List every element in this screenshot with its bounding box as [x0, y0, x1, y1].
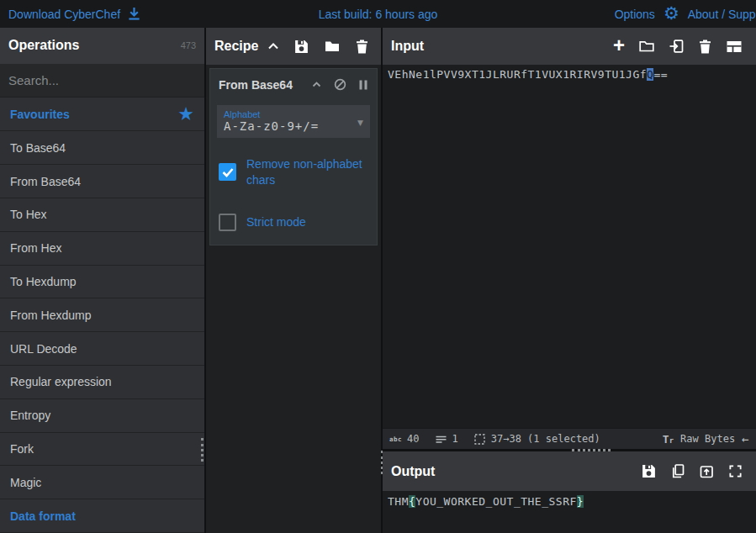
recipe-title: Recipe [214, 39, 258, 54]
character-count-icon: abc [389, 435, 402, 443]
download-icon[interactable] [127, 7, 141, 21]
io-panel: Input + VEhNe1lPVV [383, 28, 756, 533]
operation-title-bar[interactable]: From Base64 [210, 69, 377, 100]
sidebar-item-fork[interactable]: Fork [0, 433, 204, 467]
output-prefix: THM [388, 495, 409, 508]
copy-output-icon[interactable] [670, 463, 685, 479]
input-status-bar: abc 40 1 37→38 (1 selected) Tr [383, 428, 756, 449]
gear-icon[interactable]: ⚙ [663, 5, 679, 23]
sidebar-item-regular-expression[interactable]: Regular expression [0, 366, 204, 399]
selection-info: 37→38 (1 selected) [491, 433, 600, 445]
remove-non-alphabet-label: Remove non-alphabet chars [246, 156, 370, 188]
sidebar-item-from-base64[interactable]: From Base64 [0, 165, 204, 198]
input-textarea[interactable]: VEhNe1lPVV9XT1JLRURfT1VUX1RIRV9TU1JGfQ== [383, 65, 756, 428]
checkbox-unchecked-icon[interactable] [219, 214, 236, 231]
alphabet-label: Alphabet [224, 109, 363, 119]
alphabet-value[interactable]: A-Za-z0-9+/= [224, 119, 363, 133]
favourites-category[interactable]: Favourites ★ [0, 98, 204, 131]
operation-name: From Base64 [219, 78, 293, 92]
open-file-folder-icon[interactable] [638, 39, 655, 54]
selection-icon [473, 433, 486, 446]
strict-mode-checkbox-row[interactable]: Strict mode [219, 214, 370, 231]
save-recipe-icon[interactable] [293, 39, 309, 55]
clear-input-trash-icon[interactable] [698, 39, 712, 55]
output-textarea[interactable]: THM{YOU_WORKED_OUT_THE_SSRF} [383, 491, 756, 533]
about-support-link[interactable]: About / Support [688, 8, 756, 21]
operations-count: 473 [181, 40, 196, 50]
strict-mode-label: Strict mode [246, 214, 306, 230]
character-count: 40 [407, 433, 419, 445]
alphabet-dropdown-caret-icon[interactable]: ▼ [357, 119, 363, 127]
output-header: Output [383, 451, 756, 491]
replace-input-export-icon[interactable] [699, 464, 715, 479]
alphabet-field[interactable]: Alphabet A-Za-z0-9+/= ▼ [217, 105, 370, 138]
favourites-label: Favourites [10, 108, 70, 121]
sidebar-item-entropy[interactable]: Entropy [0, 399, 204, 433]
maximize-output-icon[interactable] [728, 464, 743, 478]
output-title: Output [391, 464, 435, 479]
sidebar-item-url-decode[interactable]: URL Decode [0, 332, 204, 366]
search-input[interactable] [0, 64, 204, 98]
recipe-operation-from-base64[interactable]: From Base64 Alphabet [209, 68, 378, 245]
operations-search-row [0, 64, 204, 98]
sidebar-item-to-hex[interactable]: To Hex [0, 198, 204, 232]
disable-operation-icon[interactable] [333, 77, 347, 92]
operations-panel: Operations 473 Favourites ★ To Base64 Fr… [0, 28, 204, 533]
cyberchef-app: Download CyberChef Last build: 6 hours a… [0, 0, 756, 533]
output-flag-body: YOU_WORKED_OUT_THE_SSRF [415, 495, 577, 508]
line-count-icon [435, 434, 447, 445]
layout-split-icon[interactable] [726, 40, 743, 54]
operations-recipe-divider[interactable] [204, 28, 206, 533]
sidebar-item-magic[interactable]: Magic [0, 466, 204, 499]
output-close-brace: } [577, 495, 584, 508]
recipe-panel: Recipe From Bas [206, 28, 381, 533]
input-output-divider[interactable] [383, 449, 756, 451]
chevron-up-icon[interactable] [267, 40, 280, 52]
category-data-format[interactable]: Data format [0, 499, 204, 533]
input-header: Input + [383, 28, 756, 65]
eol-arrow-icon: ← [742, 432, 748, 446]
download-cyberchef-link[interactable]: Download CyberChef [8, 8, 120, 21]
checkbox-checked-icon[interactable] [219, 163, 236, 181]
input-output-resize-handle[interactable] [572, 449, 611, 451]
operation-chevron-up-icon[interactable] [311, 80, 322, 89]
top-bar: Download CyberChef Last build: 6 hours a… [0, 0, 756, 28]
options-button[interactable]: Options [615, 8, 655, 21]
input-text-before: VEhNe1lPVV9XT1JLRURfT1VUX1RIRV9TU1JGf [388, 68, 647, 81]
input-text-after: == [653, 68, 668, 81]
save-output-icon[interactable] [641, 463, 657, 479]
input-title: Input [391, 39, 424, 54]
sidebar-item-from-hex[interactable]: From Hex [0, 232, 204, 266]
star-icon[interactable]: ★ [177, 105, 194, 124]
sidebar-item-to-base64[interactable]: To Base64 [0, 131, 204, 165]
open-input-import-icon[interactable] [669, 39, 685, 54]
encoding-selector[interactable]: Raw Bytes [680, 433, 735, 445]
text-encoding-icon[interactable]: Tr [663, 433, 674, 446]
sidebar-item-from-hexdump[interactable]: From Hexdump [0, 298, 204, 332]
sidebar-item-to-hexdump[interactable]: To Hexdump [0, 266, 204, 299]
line-count: 1 [452, 433, 458, 445]
operations-resize-handle[interactable] [201, 438, 204, 462]
load-recipe-folder-icon[interactable] [324, 39, 341, 54]
recipe-header: Recipe [206, 28, 381, 65]
operations-title: Operations [8, 38, 79, 53]
clear-recipe-trash-icon[interactable] [355, 39, 369, 55]
pause-operation-icon[interactable] [358, 79, 368, 91]
add-input-plus-icon[interactable]: + [613, 35, 625, 55]
remove-non-alphabet-checkbox-row[interactable]: Remove non-alphabet chars [219, 156, 370, 188]
operations-header: Operations 473 [0, 28, 204, 64]
